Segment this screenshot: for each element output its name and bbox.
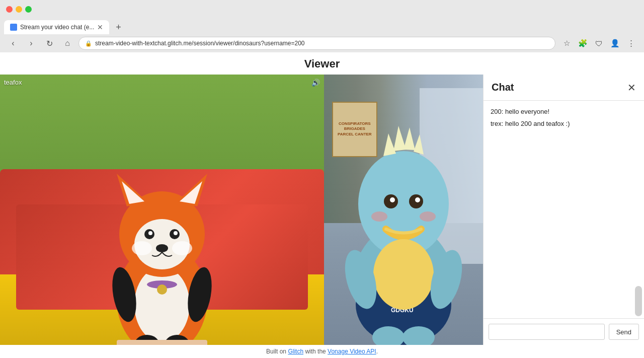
video-area: teafox 🔊 CONSPIRATORS BRIGADES PARCEL CA… xyxy=(0,75,483,345)
chat-title: Chat xyxy=(492,82,627,93)
minimize-button[interactable] xyxy=(16,6,22,13)
lock-icon: 🔒 xyxy=(85,40,92,47)
svg-rect-22 xyxy=(117,340,207,345)
scrollbar-thumb[interactable] xyxy=(635,286,642,316)
dino-plush-svg: GDGKU xyxy=(333,103,474,345)
maximize-button[interactable] xyxy=(25,6,32,13)
chat-message: trex: hello 200 and teafox :) xyxy=(491,119,637,129)
chat-input[interactable] xyxy=(489,324,605,340)
title-bar xyxy=(0,0,644,18)
video-right: CONSPIRATORS BRIGADES PARCEL CANTER GDGK… xyxy=(324,75,483,345)
browser-chrome: Stream your video chat (e... ✕ + ‹ › ↻ ⌂… xyxy=(0,0,644,52)
new-tab-button[interactable]: + xyxy=(111,20,125,34)
shield-icon[interactable]: 🛡 xyxy=(592,36,606,50)
close-button[interactable] xyxy=(6,6,13,13)
bookmark-icon[interactable]: ☆ xyxy=(559,36,574,50)
chat-input-area: Send xyxy=(484,318,644,345)
tab-close-button[interactable]: ✕ xyxy=(97,24,103,31)
url-bar[interactable]: 🔒 stream-video-with-textchat.glitch.me/s… xyxy=(78,37,555,50)
video-username-label: teafox xyxy=(4,79,22,86)
footer-prefix: Built on xyxy=(266,348,288,355)
volume-icon[interactable]: 🔊 xyxy=(311,79,320,87)
svg-point-35 xyxy=(371,211,387,222)
tabs-bar: Stream your video chat (e... ✕ + xyxy=(0,18,644,34)
home-button[interactable]: ⌂ xyxy=(60,36,74,50)
fox-plush-svg xyxy=(87,123,237,345)
svg-point-37 xyxy=(373,239,434,310)
glitch-link[interactable]: Glitch xyxy=(288,348,303,355)
svg-point-34 xyxy=(415,197,420,202)
chat-message: 200: hello everyone! xyxy=(491,107,637,117)
tab-favicon xyxy=(10,24,17,31)
svg-marker-29 xyxy=(404,127,415,150)
svg-point-12 xyxy=(174,231,178,235)
toolbar-icons: ☆ 🧩 🛡 👤 ⋮ xyxy=(559,36,638,50)
footer: Built on Glitch with the Vonage Video AP… xyxy=(0,345,644,358)
tab-title: Stream your video chat (e... xyxy=(20,24,94,31)
chat-header: Chat ✕ xyxy=(484,75,644,101)
address-bar: ‹ › ↻ ⌂ 🔒 stream-video-with-textchat.gli… xyxy=(0,34,644,52)
forward-button[interactable]: › xyxy=(24,36,38,50)
svg-point-36 xyxy=(420,211,436,222)
svg-point-2 xyxy=(134,267,190,342)
menu-icon[interactable]: ⋮ xyxy=(624,36,638,50)
page-title: Viewer xyxy=(0,52,644,75)
profile-icon[interactable]: 👤 xyxy=(608,36,622,50)
svg-point-11 xyxy=(148,231,152,235)
svg-marker-27 xyxy=(383,133,396,156)
send-button[interactable]: Send xyxy=(609,324,639,340)
main-content: Viewer xyxy=(0,52,644,358)
svg-point-14 xyxy=(132,241,152,255)
content-area: teafox 🔊 CONSPIRATORS BRIGADES PARCEL CA… xyxy=(0,75,644,345)
vonage-api-link[interactable]: Vonage Video API xyxy=(328,348,376,355)
chat-close-button[interactable]: ✕ xyxy=(627,83,636,93)
svg-point-33 xyxy=(390,197,395,202)
chat-panel: Chat ✕ 200: hello everyone! trex: hello … xyxy=(483,75,644,345)
traffic-lights xyxy=(6,6,32,13)
svg-marker-30 xyxy=(414,134,424,155)
svg-point-0 xyxy=(12,25,16,29)
url-text: stream-video-with-textchat.glitch.me/ses… xyxy=(95,40,549,47)
svg-point-13 xyxy=(156,244,168,252)
back-button[interactable]: ‹ xyxy=(6,36,20,50)
footer-middle: with the xyxy=(303,348,328,355)
footer-suffix: . xyxy=(376,348,378,355)
chat-messages: 200: hello everyone! trex: hello 200 and… xyxy=(484,101,644,199)
svg-point-21 xyxy=(157,284,167,295)
active-tab[interactable]: Stream your video chat (e... ✕ xyxy=(4,20,109,34)
video-left: teafox 🔊 xyxy=(0,75,324,345)
svg-point-15 xyxy=(172,241,192,255)
refresh-button[interactable]: ↻ xyxy=(42,36,56,50)
extension-icon[interactable]: 🧩 xyxy=(576,36,590,50)
